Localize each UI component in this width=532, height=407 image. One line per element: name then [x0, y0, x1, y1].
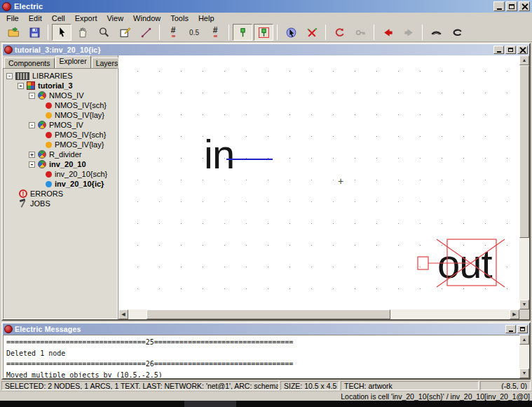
schematic-canvas[interactable]: in + out	[118, 55, 519, 309]
outline-edit-button[interactable]	[115, 24, 135, 41]
toggle-grid-button[interactable]: #›››	[163, 24, 183, 41]
layout-cell-icon	[46, 112, 52, 119]
status-bar: SELECTED: 2 NODES, 1 ARCS, 1 TEXT. LAST:…	[0, 380, 532, 391]
expand-expander-icon[interactable]: +	[29, 152, 35, 158]
menu-item-window[interactable]: Window	[128, 13, 165, 23]
scroll-up-button[interactable]: ▲	[519, 55, 529, 65]
erase-button[interactable]	[302, 24, 322, 41]
open-folder-icon	[8, 27, 20, 39]
collapse-expander-icon[interactable]: -	[29, 93, 35, 99]
tree-item-pmos-iv[interactable]: -PMOS_IV	[4, 120, 117, 130]
export-label-in[interactable]: in	[204, 134, 234, 175]
explorer-tree: -LIBRARIES -tutorial_3 -NMOS_IV NMOS_IV{…	[3, 68, 118, 319]
edit-maximize-button[interactable]	[505, 46, 516, 54]
pan-mode-button[interactable]	[73, 24, 93, 41]
main-title-bar: Electric	[0, 0, 532, 13]
horizontal-scroll-thumb[interactable]	[146, 309, 390, 319]
expand-eye-icon	[430, 27, 442, 39]
special-select-button[interactable]	[281, 24, 301, 41]
tree-item-inv-20-10-sch[interactable]: inv_20_10{sch}	[4, 169, 117, 179]
toolbar-separator	[277, 25, 278, 40]
open-button[interactable]	[4, 24, 23, 41]
save-button[interactable]	[25, 24, 44, 41]
locked-button[interactable]	[350, 24, 370, 41]
redo-button[interactable]	[399, 24, 418, 41]
tree-item-inv-20-10[interactable]: -inv_20_10	[4, 159, 117, 169]
special-select-icon	[285, 27, 297, 39]
cell-group-icon	[38, 121, 46, 129]
tree-item-jobs[interactable]: JOBS	[4, 199, 117, 208]
tree-item-libraries[interactable]: -LIBRARIES	[4, 71, 117, 81]
undo-button[interactable]	[378, 24, 397, 41]
select-mode-button[interactable]	[52, 24, 71, 41]
scroll-right-button[interactable]: ▶	[510, 309, 519, 319]
grid-size-button[interactable]: 0.5	[184, 24, 204, 41]
edit-close-button[interactable]	[517, 46, 528, 54]
menu-item-help[interactable]: Help	[193, 13, 219, 23]
show-exports-button[interactable]	[254, 24, 273, 41]
errors-icon	[19, 189, 27, 198]
horizontal-scrollbar[interactable]: ◀ ▶	[118, 309, 519, 319]
wire-arc[interactable]	[226, 159, 273, 160]
show-ports-button[interactable]	[233, 24, 252, 41]
collapse-expander-icon[interactable]: -	[29, 122, 35, 128]
outline-pencil-icon	[119, 27, 131, 39]
grid-back-marks-icon: ‹‹‹	[214, 34, 217, 39]
tree-item-pmos-iv-sch[interactable]: PMOS_IV{sch}	[4, 130, 117, 140]
collapse-expander-icon[interactable]: -	[18, 83, 24, 89]
tree-item-inv-20-10-ic[interactable]: inv_20_10{ic}	[4, 179, 117, 189]
scroll-left-button[interactable]: ◀	[118, 309, 128, 319]
vertical-scrollbar[interactable]: ▲ ▼	[519, 55, 529, 309]
floppy-save-icon	[29, 27, 41, 39]
messages-scrollbar[interactable]: ▲ ▼	[519, 335, 529, 378]
scroll-up-button[interactable]: ▲	[519, 335, 529, 345]
collapse-cells-button[interactable]	[447, 24, 467, 41]
toolbar-separator	[325, 25, 326, 40]
tree-item-nmos-iv-lay[interactable]: NMOS_IV{lay}	[4, 110, 117, 120]
tree-item-nmos-iv-sch[interactable]: NMOS_IV{sch}	[4, 100, 117, 110]
icon-cell-icon	[46, 181, 52, 187]
selection-highlight[interactable]	[413, 234, 511, 294]
messages-minimize-button[interactable]	[505, 325, 516, 333]
edit-minimize-button[interactable]	[493, 46, 504, 54]
tab-components[interactable]: Components	[4, 58, 55, 68]
collapse-expander-icon[interactable]: -	[29, 161, 35, 168]
menu-item-edit[interactable]: Edit	[24, 13, 47, 23]
measure-button[interactable]	[136, 24, 156, 41]
collapse-expander-icon[interactable]: -	[6, 73, 13, 79]
maximize-button[interactable]	[506, 1, 517, 11]
close-button[interactable]	[519, 1, 530, 11]
zoom-mode-button[interactable]	[94, 24, 114, 41]
tab-explorer[interactable]: Explorer	[55, 55, 91, 68]
menu-item-cell[interactable]: Cell	[47, 13, 70, 23]
tree-item-pmos-iv-lay[interactable]: PMOS_IV{lay}	[4, 140, 117, 149]
messages-log[interactable]: =================================25=====…	[3, 335, 529, 378]
status-selected: SELECTED: 2 NODES, 1 ARCS, 1 TEXT. LAST:…	[1, 381, 279, 390]
message-line: Moved multiple objects by (10.5,-2.5)	[6, 370, 517, 379]
grid-alignment-button[interactable]: #‹‹‹	[205, 24, 225, 41]
selected-pin-node[interactable]	[418, 257, 428, 269]
scroll-down-button[interactable]: ▼	[519, 368, 529, 378]
message-line: Deleted 1 node	[6, 348, 517, 359]
undo-arrow-icon	[382, 27, 394, 39]
messages-maximize-button[interactable]	[517, 325, 528, 333]
tree-item-errors[interactable]: ERRORS	[4, 189, 117, 199]
message-line: =================================26=====…	[6, 359, 517, 370]
expand-cells-button[interactable]	[426, 24, 446, 41]
tree-item-r-divider[interactable]: +R_divider	[4, 149, 117, 159]
tree-item-nmos-iv[interactable]: -NMOS_IV	[4, 91, 117, 100]
menu-item-export[interactable]: Export	[70, 13, 102, 23]
tab-layers[interactable]: Layers	[92, 58, 123, 68]
panel-tabs: Components Explorer Layers	[3, 55, 118, 68]
vertical-scroll-thumb[interactable]	[519, 65, 529, 238]
scroll-down-button[interactable]: ▼	[519, 300, 529, 309]
menu-item-view[interactable]: View	[102, 13, 128, 23]
change-button[interactable]	[329, 24, 349, 41]
menu-item-tools[interactable]: Tools	[165, 13, 193, 23]
messages-title-bar: Electric Messages	[3, 323, 529, 335]
maximize-icon	[520, 327, 525, 331]
messages-window: Electric Messages ======================…	[1, 322, 531, 380]
tree-item-tutorial-3[interactable]: -tutorial_3	[4, 81, 117, 91]
minimize-button[interactable]	[493, 1, 505, 11]
menu-item-file[interactable]: File	[1, 13, 24, 23]
